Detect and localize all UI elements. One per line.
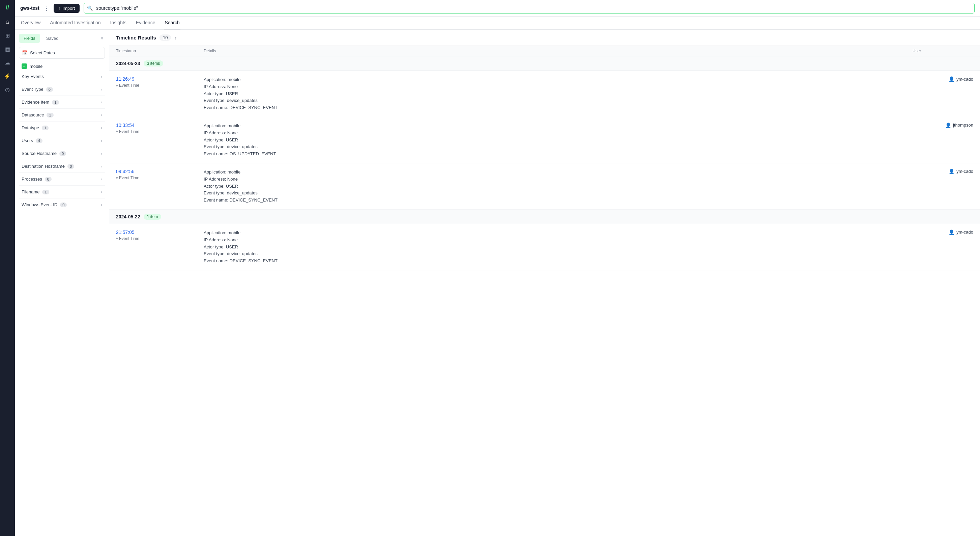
mobile-checkbox[interactable]: ✓: [22, 64, 27, 69]
filter-key-events-label: Key Events: [22, 74, 44, 79]
topbar: gws-test ⋮ ↑ Import 🔍: [15, 0, 980, 16]
event-user-1: 👤 ym-cado: [913, 76, 973, 82]
nav-grid-icon[interactable]: ▦: [2, 43, 13, 54]
username-2: jthompson: [953, 123, 973, 128]
filter-destination-hostname-label: Destination Hostname: [22, 164, 65, 169]
sidebar-close-button[interactable]: ×: [99, 34, 105, 43]
items-badge-1: 3 items: [144, 61, 164, 67]
filter-event-type[interactable]: Event Type 0 ›: [19, 84, 105, 95]
chevron-right-icon-4: ›: [101, 113, 102, 118]
search-input[interactable]: [84, 3, 975, 13]
event-details-4: Application: mobileIP Address: NoneActor…: [204, 230, 913, 265]
filter-source-hostname-label: Source Hostname: [22, 151, 57, 156]
topbar-menu-icon[interactable]: ⋮: [43, 5, 49, 12]
sort-ascending-icon[interactable]: ↑: [174, 35, 177, 40]
filter-destination-hostname-count: 0: [67, 164, 74, 169]
tab-automated-investigation[interactable]: Automated Investigation: [49, 16, 101, 29]
chevron-right-icon-10: ›: [101, 190, 102, 195]
filter-windows-event-id[interactable]: Windows Event ID 0 ›: [19, 199, 105, 210]
event-user-2: 👤 jthompson: [913, 123, 973, 128]
tab-insights[interactable]: Insights: [110, 16, 127, 29]
event-time-1[interactable]: 11:26:49: [116, 76, 204, 82]
nav-layers-icon[interactable]: ⊞: [2, 30, 13, 41]
user-icon-1: 👤: [949, 76, 955, 82]
date-group-2024-05-22: 2024-05-22 1 item: [109, 210, 980, 224]
upload-icon: ↑: [58, 6, 61, 11]
event-sub-label-3: Event Time: [119, 175, 139, 180]
filter-filename[interactable]: Filename 1 ›: [19, 186, 105, 198]
sidebar-tab-saved[interactable]: Saved: [41, 34, 64, 43]
filter-datatype-count: 1: [42, 126, 49, 130]
filter-destination-hostname[interactable]: Destination Hostname 0 ›: [19, 161, 105, 172]
left-navigation: // ⌂ ⊞ ▦ ☁ ⚡ ◷: [0, 0, 15, 536]
project-name: gws-test: [20, 5, 40, 11]
filter-source-hostname[interactable]: Source Hostname 0 ›: [19, 148, 105, 159]
search-bar-container: 🔍: [84, 3, 975, 13]
event-timestamp-1: 11:26:49 Event Time: [116, 76, 204, 88]
filter-key-events[interactable]: Key Events ›: [19, 71, 105, 82]
filter-datasource[interactable]: Datasource 1 ›: [19, 109, 105, 121]
chevron-right-icon-5: ›: [101, 126, 102, 130]
event-user-3: 👤 ym-cado: [913, 169, 973, 174]
sidebar-tab-fields[interactable]: Fields: [19, 34, 40, 43]
table-header: Timestamp Details User: [109, 46, 980, 56]
event-details-1: Application: mobileIP Address: NoneActor…: [204, 76, 913, 112]
filter-datatype[interactable]: Datatype 1 ›: [19, 122, 105, 133]
results-title: Timeline Results: [116, 35, 156, 40]
username-1: ym-cado: [956, 77, 973, 82]
filter-processes[interactable]: Processes 0 ›: [19, 174, 105, 185]
mobile-filter-row[interactable]: ✓ mobile: [15, 61, 109, 71]
username-4: ym-cado: [956, 230, 973, 234]
nav-clock-icon[interactable]: ◷: [2, 84, 13, 95]
import-button[interactable]: ↑ Import: [54, 4, 80, 13]
filter-users[interactable]: Users 4 ›: [19, 135, 105, 146]
table-row: 10:33:54 Event Time Application: mobileI…: [109, 117, 980, 163]
filter-datasource-count: 1: [46, 113, 53, 118]
filter-windows-event-id-count: 0: [60, 203, 67, 207]
results-count-badge: 10: [159, 34, 171, 41]
chevron-right-icon-3: ›: [101, 100, 102, 105]
col-user: User: [913, 49, 973, 53]
nav-bolt-icon[interactable]: ⚡: [2, 70, 13, 81]
col-details: Details: [204, 49, 913, 53]
bullet-dot-icon-2: [116, 131, 118, 132]
filter-evidence-item-label: Evidence Item: [22, 100, 49, 105]
event-sub-label-4: Event Time: [119, 236, 139, 241]
table-row: 09:42:56 Event Time Application: mobileI…: [109, 163, 980, 210]
tab-search[interactable]: Search: [164, 16, 180, 29]
user-icon-3: 👤: [949, 169, 955, 174]
event-timestamp-3: 09:42:56 Event Time: [116, 169, 204, 180]
nav-home-icon[interactable]: ⌂: [2, 16, 13, 27]
chevron-right-icon-9: ›: [101, 177, 102, 182]
user-icon-4: 👤: [949, 230, 955, 235]
sidebar: Fields Saved × 📅 Select Dates ✓ mobile K…: [15, 30, 109, 536]
filter-users-count: 4: [36, 139, 43, 143]
chevron-right-icon-2: ›: [101, 87, 102, 92]
event-sub-label-1: Event Time: [119, 83, 139, 88]
chevron-right-icon-8: ›: [101, 164, 102, 169]
checkmark-icon: ✓: [23, 64, 25, 68]
filter-filename-count: 1: [42, 190, 49, 195]
filter-datatype-label: Datatype: [22, 125, 39, 130]
main-container: gws-test ⋮ ↑ Import 🔍 Overview Automated…: [15, 0, 980, 536]
tab-evidence[interactable]: Evidence: [135, 16, 156, 29]
content-area: Fields Saved × 📅 Select Dates ✓ mobile K…: [15, 30, 980, 536]
select-dates-label: Select Dates: [30, 50, 55, 55]
table-row: 21:57:05 Event Time Application: mobileI…: [109, 224, 980, 270]
event-user-4: 👤 ym-cado: [913, 230, 973, 235]
filter-source-hostname-count: 0: [59, 151, 66, 156]
select-dates-button[interactable]: 📅 Select Dates: [19, 47, 105, 59]
event-time-4[interactable]: 21:57:05: [116, 230, 204, 235]
chevron-right-icon-11: ›: [101, 203, 102, 207]
event-time-2[interactable]: 10:33:54: [116, 123, 204, 128]
filter-evidence-item[interactable]: Evidence Item 1 ›: [19, 97, 105, 108]
filter-users-label: Users: [22, 138, 33, 143]
tab-overview[interactable]: Overview: [20, 16, 41, 29]
event-details-3: Application: mobileIP Address: NoneActor…: [204, 169, 913, 204]
app-logo: //: [6, 4, 9, 11]
bullet-dot-icon-4: [116, 238, 118, 239]
user-icon-2: 👤: [945, 123, 951, 128]
nav-cloud-icon[interactable]: ☁: [2, 57, 13, 68]
chevron-right-icon-7: ›: [101, 151, 102, 156]
event-time-3[interactable]: 09:42:56: [116, 169, 204, 174]
